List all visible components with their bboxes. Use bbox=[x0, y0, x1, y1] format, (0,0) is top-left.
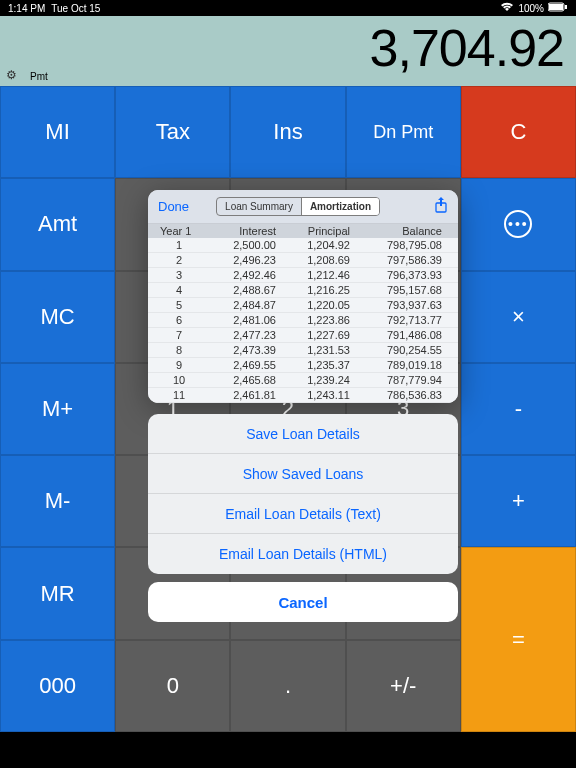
key-plus[interactable]: + bbox=[461, 455, 576, 547]
sheet-save[interactable]: Save Loan Details bbox=[148, 414, 458, 454]
key-000[interactable]: 000 bbox=[0, 640, 115, 732]
sheet-show-saved[interactable]: Show Saved Loans bbox=[148, 454, 458, 494]
table-body[interactable]: 12,500.001,204.92798,795.0822,496.231,20… bbox=[148, 238, 458, 403]
svg-rect-2 bbox=[565, 5, 567, 9]
battery-text: 100% bbox=[518, 3, 544, 14]
table-row[interactable]: 22,496.231,208.69797,586.39 bbox=[148, 253, 458, 268]
status-date: Tue Oct 15 bbox=[51, 3, 100, 14]
display: ⚙ 3,704.92 Pmt bbox=[0, 16, 576, 86]
table-row[interactable]: 92,469.551,235.37789,019.18 bbox=[148, 358, 458, 373]
share-icon[interactable] bbox=[434, 197, 448, 217]
done-button[interactable]: Done bbox=[158, 199, 189, 214]
table-row[interactable]: 112,461.811,243.11786,536.83 bbox=[148, 388, 458, 403]
key-amt[interactable]: Amt bbox=[0, 178, 115, 270]
key-dot[interactable]: . bbox=[230, 640, 345, 732]
segment-amortization[interactable]: Amortization bbox=[302, 198, 379, 215]
key-mminus[interactable]: M- bbox=[0, 455, 115, 547]
key-pm[interactable]: +/- bbox=[346, 640, 461, 732]
key-mplus[interactable]: M+ bbox=[0, 363, 115, 455]
key-dnpmt[interactable]: Dn Pmt bbox=[346, 86, 461, 178]
display-value: 3,704.92 bbox=[370, 18, 564, 78]
keypad: MI Tax Ins Dn Pmt C Amt 7 8 9 ••• MC 4 5… bbox=[0, 86, 576, 732]
key-more[interactable]: ••• bbox=[461, 178, 576, 270]
table-row[interactable]: 42,488.671,216.25795,157.68 bbox=[148, 283, 458, 298]
settings-icon[interactable]: ⚙ bbox=[6, 68, 17, 82]
sheet-email-text[interactable]: Email Loan Details (Text) bbox=[148, 494, 458, 534]
battery-icon bbox=[548, 2, 568, 14]
key-tax[interactable]: Tax bbox=[115, 86, 230, 178]
key-mc[interactable]: MC bbox=[0, 271, 115, 363]
table-row[interactable]: 102,465.681,239.24787,779.94 bbox=[148, 373, 458, 388]
table-row[interactable]: 12,500.001,204.92798,795.08 bbox=[148, 238, 458, 253]
sheet-cancel[interactable]: Cancel bbox=[148, 582, 458, 622]
key-mr[interactable]: MR bbox=[0, 547, 115, 639]
table-row[interactable]: 82,473.391,231.53790,254.55 bbox=[148, 343, 458, 358]
bottom-bar bbox=[0, 732, 576, 768]
wifi-icon bbox=[500, 2, 514, 14]
action-sheet: Save Loan Details Show Saved Loans Email… bbox=[148, 414, 458, 622]
svg-rect-1 bbox=[549, 4, 563, 10]
segment-loan-summary[interactable]: Loan Summary bbox=[217, 198, 302, 215]
table-header: Year 1 Interest Principal Balance bbox=[148, 224, 458, 238]
key-equals[interactable]: = bbox=[461, 547, 576, 732]
key-clear[interactable]: C bbox=[461, 86, 576, 178]
status-bar: 1:14 PM Tue Oct 15 100% bbox=[0, 0, 576, 16]
key-0[interactable]: 0 bbox=[115, 640, 230, 732]
more-icon: ••• bbox=[504, 210, 532, 238]
display-label: Pmt bbox=[30, 71, 48, 82]
segment-control[interactable]: Loan Summary Amortization bbox=[216, 197, 380, 216]
key-mi[interactable]: MI bbox=[0, 86, 115, 178]
table-row[interactable]: 62,481.061,223.86792,713.77 bbox=[148, 313, 458, 328]
table-row[interactable]: 72,477.231,227.69791,486.08 bbox=[148, 328, 458, 343]
amortization-popover: Done Loan Summary Amortization Year 1 In… bbox=[148, 190, 458, 403]
table-row[interactable]: 32,492.461,212.46796,373.93 bbox=[148, 268, 458, 283]
sheet-email-html[interactable]: Email Loan Details (HTML) bbox=[148, 534, 458, 574]
status-time: 1:14 PM bbox=[8, 3, 45, 14]
table-row[interactable]: 52,484.871,220.05793,937.63 bbox=[148, 298, 458, 313]
key-ins[interactable]: Ins bbox=[230, 86, 345, 178]
key-multiply[interactable]: × bbox=[461, 271, 576, 363]
key-minus[interactable]: - bbox=[461, 363, 576, 455]
